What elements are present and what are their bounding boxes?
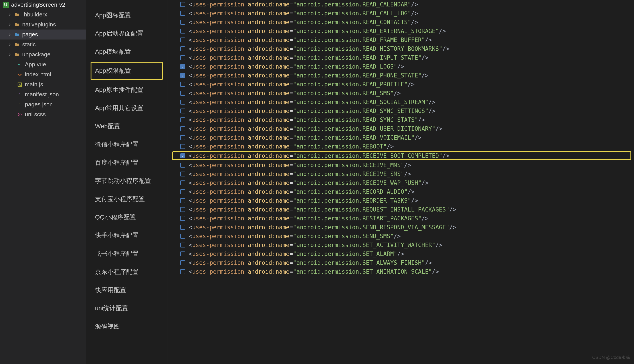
folder-icon — [14, 12, 20, 18]
folder-item[interactable]: ›unpackage — [0, 50, 86, 60]
permission-checkbox[interactable] — [180, 91, 185, 96]
nav-item-label: App权限配置 — [95, 67, 131, 74]
permission-code: <uses-permission android:name="android.p… — [189, 162, 411, 168]
settings-nav-item[interactable]: QQ小程序配置 — [86, 208, 168, 226]
settings-nav-item[interactable]: App原生插件配置 — [86, 81, 168, 99]
permission-checkbox[interactable] — [180, 20, 185, 25]
js-icon: JS — [17, 82, 23, 88]
permission-checkbox[interactable] — [180, 55, 185, 60]
chevron-right-icon: › — [8, 31, 12, 38]
permission-checkbox[interactable] — [180, 225, 185, 230]
nav-item-label: 百度小程序配置 — [95, 159, 138, 166]
nav-item-label: App原生插件配置 — [95, 86, 144, 93]
svg-text:JS: JS — [19, 84, 21, 86]
permission-code: <uses-permission android:name="android.p… — [189, 268, 439, 275]
permission-checkbox[interactable] — [180, 269, 185, 274]
permission-code: <uses-permission android:name="android.p… — [189, 134, 422, 141]
nav-item-label: 微信小程序配置 — [95, 141, 138, 148]
app-root: U advertisingScreen-v2 ›.hbuilderx›nativ… — [0, 0, 634, 364]
file-item[interactable]: suni.scss — [0, 110, 86, 120]
settings-nav-item[interactable]: Web配置 — [86, 117, 168, 136]
settings-nav-item[interactable]: 快手小程序配置 — [86, 226, 168, 244]
folder-item[interactable]: ›pages — [0, 30, 86, 40]
folder-item[interactable]: ›.hbuilderx — [0, 10, 86, 20]
folder-item[interactable]: ›static — [0, 40, 86, 50]
permission-row: <uses-permission android:name="android.p… — [170, 142, 634, 151]
permission-row: <uses-permission android:name="android.p… — [170, 170, 634, 178]
uniapp-icon: U — [3, 2, 9, 8]
tree-item-label: manifest.json — [25, 91, 59, 98]
permission-checkbox[interactable] — [180, 153, 185, 158]
permission-checkbox[interactable] — [180, 242, 185, 248]
permission-code: <uses-permission android:name="android.p… — [189, 260, 432, 266]
permission-checkbox[interactable] — [180, 82, 185, 87]
permission-checkbox[interactable] — [180, 207, 185, 212]
permission-checkbox[interactable] — [180, 2, 185, 7]
permission-checkbox[interactable] — [180, 135, 185, 140]
settings-nav-item[interactable]: 快应用配置 — [86, 281, 168, 299]
settings-nav-item[interactable]: App图标配置 — [86, 6, 168, 24]
permission-checkbox[interactable] — [180, 234, 185, 238]
project-root[interactable]: U advertisingScreen-v2 — [0, 0, 86, 10]
permission-checkbox[interactable] — [180, 46, 185, 51]
nav-item-label: QQ小程序配置 — [95, 214, 136, 220]
permission-checkbox[interactable] — [180, 260, 185, 265]
permission-checkbox[interactable] — [180, 100, 185, 104]
permission-code: <uses-permission android:name="android.p… — [189, 63, 404, 70]
permission-checkbox[interactable] — [180, 126, 185, 131]
permission-checkbox[interactable] — [180, 198, 185, 203]
file-item[interactable]: JSmain.js — [0, 80, 86, 90]
svg-text:V: V — [18, 63, 20, 66]
file-item[interactable]: VApp.vue — [0, 60, 86, 70]
permission-checkbox[interactable] — [180, 172, 185, 176]
settings-nav-item[interactable]: 飞书小程序配置 — [86, 244, 168, 263]
settings-nav-item[interactable]: App权限配置 — [90, 62, 163, 80]
settings-nav-item[interactable]: 微信小程序配置 — [86, 136, 168, 154]
permission-code: <uses-permission android:name="android.p… — [189, 206, 456, 213]
settings-nav-item[interactable]: 字节跳动小程序配置 — [86, 172, 168, 190]
permission-row: <uses-permission android:name="android.p… — [170, 258, 634, 267]
vue-icon: V — [17, 62, 23, 68]
permission-checkbox[interactable] — [180, 144, 185, 149]
permission-checkbox[interactable] — [180, 216, 185, 221]
permission-checkbox[interactable] — [180, 189, 185, 194]
permission-code: <uses-permission android:name="android.p… — [189, 10, 418, 17]
permission-row: <uses-permission android:name="android.p… — [172, 151, 631, 160]
permission-row: <uses-permission android:name="android.p… — [170, 18, 634, 27]
settings-nav-item[interactable]: 支付宝小程序配置 — [86, 190, 168, 208]
settings-nav-item[interactable]: 京东小程序配置 — [86, 263, 168, 281]
permission-checkbox[interactable] — [180, 11, 185, 16]
nav-item-label: App图标配置 — [95, 12, 131, 19]
permission-checkbox[interactable] — [180, 163, 185, 168]
permission-row: <uses-permission android:name="android.p… — [170, 161, 634, 170]
file-item[interactable]: <>index.html — [0, 70, 86, 80]
permission-code: <uses-permission android:name="android.p… — [189, 188, 415, 195]
settings-nav-item[interactable]: App常用其它设置 — [86, 99, 168, 117]
settings-nav-item[interactable]: App模块配置 — [86, 42, 168, 61]
nav-item-label: 字节跳动小程序配置 — [95, 177, 151, 184]
permission-checkbox[interactable] — [180, 252, 185, 256]
permission-checkbox[interactable] — [180, 38, 185, 42]
nav-item-label: Web配置 — [95, 123, 120, 130]
permission-code: <uses-permission android:name="android.p… — [189, 171, 411, 177]
file-item[interactable]: {i}manifest.json — [0, 90, 86, 100]
settings-nav-item[interactable]: 百度小程序配置 — [86, 154, 168, 172]
settings-nav-item[interactable]: App启动界面配置 — [86, 24, 168, 42]
settings-nav-item[interactable]: uni统计配置 — [86, 299, 168, 318]
svg-text:s: s — [19, 114, 20, 116]
permission-checkbox[interactable] — [180, 29, 185, 34]
permission-row: <uses-permission android:name="android.p… — [170, 205, 634, 214]
permission-checkbox[interactable] — [180, 108, 185, 114]
settings-nav-item[interactable]: 源码视图 — [86, 318, 168, 336]
permission-row: <uses-permission android:name="android.p… — [170, 89, 634, 98]
chevron-right-icon: › — [8, 41, 12, 48]
permission-checkbox[interactable] — [180, 118, 185, 122]
file-item[interactable]: [ ]pages.json — [0, 100, 86, 110]
permission-row: <uses-permission android:name="android.p… — [170, 178, 634, 187]
folder-item[interactable]: ›nativeplugins — [0, 20, 86, 30]
permission-checkbox[interactable] — [180, 73, 185, 78]
permission-row: <uses-permission android:name="android.p… — [170, 106, 634, 116]
permission-checkbox[interactable] — [180, 64, 185, 69]
permission-checkbox[interactable] — [180, 180, 185, 185]
permission-code: <uses-permission android:name="android.p… — [189, 224, 456, 230]
